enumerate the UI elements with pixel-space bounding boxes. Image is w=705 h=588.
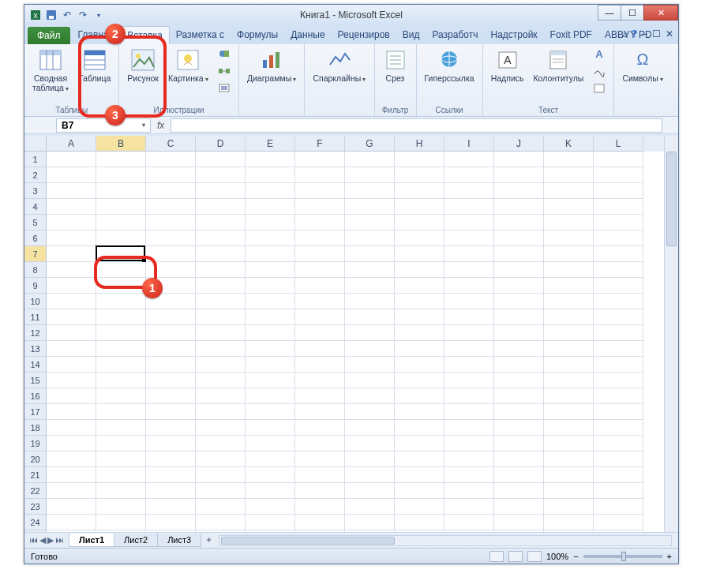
cell[interactable]	[246, 373, 295, 388]
cell[interactable]	[444, 373, 494, 388]
cell[interactable]	[345, 246, 395, 262]
cell[interactable]	[246, 246, 295, 262]
cell[interactable]	[295, 436, 345, 451]
cell[interactable]	[395, 199, 444, 215]
cell[interactable]	[494, 420, 544, 436]
headerfooter-button[interactable]: Колонтитулы	[531, 46, 587, 85]
cell[interactable]	[295, 373, 345, 388]
cell[interactable]	[395, 325, 444, 341]
pivot-table-button[interactable]: Сводная таблица	[29, 46, 72, 94]
cell[interactable]	[47, 262, 96, 278]
cell[interactable]	[47, 215, 96, 230]
wordart-button[interactable]: A	[590, 46, 609, 62]
cell[interactable]	[494, 467, 544, 483]
cell[interactable]	[295, 388, 345, 404]
col-header-D[interactable]: D	[196, 136, 246, 152]
help-icon[interactable]: ?	[632, 28, 637, 39]
cell[interactable]	[196, 483, 246, 499]
col-header-E[interactable]: E	[246, 136, 295, 152]
cell[interactable]	[146, 325, 196, 341]
cell[interactable]	[295, 199, 345, 215]
cell[interactable]	[395, 404, 444, 420]
cell[interactable]	[345, 278, 395, 294]
cell[interactable]	[47, 199, 96, 215]
cell[interactable]	[345, 152, 395, 167]
cell[interactable]	[395, 420, 444, 436]
cell[interactable]	[544, 467, 594, 483]
zoom-out-icon[interactable]: −	[573, 552, 578, 561]
cell[interactable]	[345, 262, 395, 278]
cell[interactable]	[544, 451, 594, 467]
cell[interactable]	[96, 152, 146, 167]
slicer-button[interactable]: Срез	[380, 46, 411, 85]
formula-input[interactable]	[171, 118, 662, 133]
symbols-button[interactable]: Ω Символы	[619, 46, 666, 85]
cell[interactable]	[196, 499, 246, 515]
cell[interactable]	[594, 436, 643, 451]
cell[interactable]	[295, 451, 345, 467]
cell[interactable]	[345, 341, 395, 357]
cell[interactable]	[544, 309, 594, 325]
cell[interactable]	[544, 246, 594, 262]
col-header-K[interactable]: K	[544, 136, 594, 152]
cell[interactable]	[295, 404, 345, 420]
vscroll-thumb[interactable]	[666, 152, 677, 246]
cell[interactable]	[196, 373, 246, 388]
cell[interactable]	[146, 309, 196, 325]
cell[interactable]	[246, 341, 295, 357]
cell[interactable]	[345, 357, 395, 373]
close-button[interactable]: ✕	[643, 5, 678, 21]
cell[interactable]	[146, 483, 196, 499]
cell[interactable]	[345, 294, 395, 309]
cell[interactable]	[345, 404, 395, 420]
cell[interactable]	[395, 436, 444, 451]
cell[interactable]	[246, 199, 295, 215]
cell[interactable]	[544, 230, 594, 246]
cell[interactable]	[246, 388, 295, 404]
cell[interactable]	[96, 278, 146, 294]
cell[interactable]	[196, 388, 246, 404]
cell[interactable]	[96, 199, 146, 215]
tab-3[interactable]: Формулы	[231, 26, 284, 44]
row-header-11[interactable]: 11	[24, 309, 47, 325]
cell[interactable]	[246, 515, 295, 530]
cell[interactable]	[196, 167, 246, 183]
row-header-1[interactable]: 1	[24, 152, 47, 167]
row-header-18[interactable]: 18	[24, 420, 47, 436]
cell[interactable]	[196, 309, 246, 325]
row-header-16[interactable]: 16	[24, 388, 47, 404]
cell[interactable]	[494, 246, 544, 262]
row-header-6[interactable]: 6	[24, 230, 47, 246]
cell[interactable]	[96, 467, 146, 483]
cell[interactable]	[395, 515, 444, 530]
cell[interactable]	[96, 215, 146, 230]
cell[interactable]	[96, 246, 146, 262]
cell[interactable]	[246, 309, 295, 325]
cell[interactable]	[246, 230, 295, 246]
cell[interactable]	[96, 309, 146, 325]
cell[interactable]	[395, 483, 444, 499]
cell[interactable]	[295, 483, 345, 499]
cell[interactable]	[444, 246, 494, 262]
cell[interactable]	[444, 404, 494, 420]
cell[interactable]	[395, 294, 444, 309]
cell[interactable]	[494, 404, 544, 420]
row-header-22[interactable]: 22	[24, 483, 47, 499]
row-header-4[interactable]: 4	[24, 199, 47, 215]
zoom-slider[interactable]	[583, 555, 662, 558]
cell[interactable]	[295, 246, 345, 262]
cell[interactable]	[196, 215, 246, 230]
cell[interactable]	[246, 404, 295, 420]
sheet-first-icon[interactable]: ⏮	[29, 535, 38, 545]
sheet-tab-2[interactable]: Лист3	[157, 534, 201, 547]
cell[interactable]	[494, 515, 544, 530]
cell[interactable]	[47, 388, 96, 404]
cell[interactable]	[196, 467, 246, 483]
cell[interactable]	[96, 167, 146, 183]
cell[interactable]	[544, 167, 594, 183]
row-header-2[interactable]: 2	[24, 167, 47, 183]
cell[interactable]	[494, 483, 544, 499]
row-header-3[interactable]: 3	[24, 183, 47, 199]
cell[interactable]	[544, 294, 594, 309]
cell[interactable]	[494, 152, 544, 167]
